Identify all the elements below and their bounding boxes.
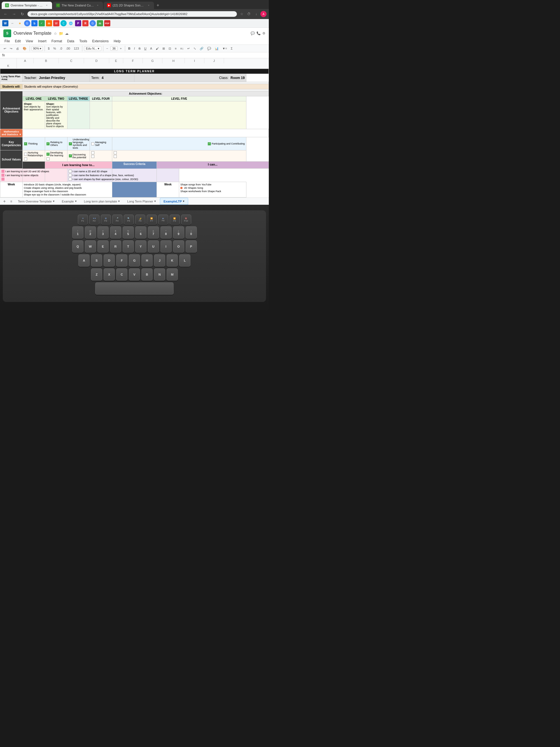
key-f4[interactable]: 🎤 F4 (112, 214, 122, 225)
number-format-button[interactable]: 123 (72, 46, 80, 51)
empty-cb-1[interactable] (91, 151, 95, 154)
sheet-tab-term-overview[interactable]: Term Overview Template ▾ (15, 198, 58, 204)
filter-button[interactable]: ▼= (221, 46, 229, 51)
settings-icon[interactable]: ⚙ (262, 31, 265, 35)
discovering-checkbox[interactable] (69, 154, 72, 157)
tab-2[interactable]: 🌿 The New Zealand Curriculum... × (53, 2, 103, 9)
ext-c-icon[interactable]: C (60, 20, 66, 26)
math-label-cell[interactable]: Mathematics and Statistics ▾ (0, 129, 23, 137)
tab-1[interactable]: S Overview Template - Google S... × (2, 2, 52, 9)
tab-3[interactable]: ▶ (22) 2D Shapes Song - YouTu... × (104, 2, 154, 9)
key-o[interactable]: O (173, 240, 184, 253)
col-header-d[interactable]: D (84, 58, 109, 63)
col-header-e[interactable]: E (109, 58, 123, 63)
underline-button[interactable]: U (143, 46, 148, 51)
sc-cb-2[interactable] (69, 174, 72, 177)
bookmark-icon[interactable]: ☆ (239, 11, 245, 17)
font-size-control[interactable]: 36 (110, 46, 117, 51)
li-cb-1[interactable] (1, 170, 4, 173)
ext-m-icon[interactable]: m (46, 20, 52, 26)
li-cb-3[interactable] (1, 178, 4, 181)
key-f10[interactable]: 🔇 F10 (181, 214, 191, 225)
currency-button[interactable]: $ (47, 46, 51, 51)
key-p[interactable]: P (186, 240, 197, 253)
ext-r-icon[interactable]: R (82, 20, 88, 26)
col-header-a[interactable]: A (17, 58, 34, 63)
key-f3[interactable]: ⊞ F3 (101, 214, 111, 225)
ext-w2-icon[interactable]: W (53, 20, 59, 26)
key-h[interactable]: H (141, 254, 153, 267)
paint-format-button[interactable]: 🎨 (21, 46, 28, 51)
zoom-dropdown-icon[interactable]: ▾ (40, 47, 42, 50)
strikethrough-button[interactable]: S (137, 46, 142, 51)
print-button[interactable]: 🖨 (15, 46, 21, 51)
key-c[interactable]: C (116, 268, 127, 281)
understanding-checkbox[interactable] (69, 142, 72, 145)
key-w[interactable]: W (85, 240, 96, 253)
key-b[interactable]: B (141, 268, 153, 281)
key-e[interactable]: E (98, 240, 109, 253)
key-0[interactable]: ) 0 (186, 226, 197, 239)
borders-button[interactable]: ⊞ (161, 46, 166, 51)
font-dropdown-icon[interactable]: ▾ (98, 47, 99, 50)
refresh-button[interactable]: ↻ (19, 11, 26, 17)
key-g[interactable]: G (129, 254, 140, 267)
text-color-button[interactable]: A (149, 46, 154, 51)
tab-3-close[interactable]: × (147, 3, 151, 7)
col-header-j[interactable]: J (205, 58, 224, 63)
key-z[interactable]: Z (91, 268, 102, 281)
key-4[interactable]: $ 4 (110, 226, 121, 239)
key-s[interactable]: S (91, 254, 102, 267)
menu-view[interactable]: View (24, 38, 35, 44)
key-m[interactable]: M (167, 268, 178, 281)
sheet-tab-long-term-planner[interactable]: Long Term Planner ▾ (124, 198, 159, 204)
rotate-button[interactable]: ⤡ (192, 46, 197, 51)
merge-button[interactable]: ⊡ (167, 46, 172, 51)
key-i[interactable]: I (160, 240, 171, 253)
developing-checkbox-2[interactable] (47, 157, 50, 160)
key-v[interactable]: V (129, 268, 140, 281)
key-f1[interactable]: ☀ F1 (78, 214, 88, 225)
menu-edit[interactable]: Edit (12, 38, 23, 44)
profile-icon[interactable]: A (260, 11, 267, 17)
menu-file[interactable]: File (2, 38, 12, 44)
ext-w-icon[interactable]: W (2, 20, 8, 26)
key-f5[interactable]: 🔍 F5 (124, 214, 134, 225)
space-key[interactable] (95, 282, 174, 295)
key-r[interactable]: R (110, 240, 121, 253)
sc-cb-1[interactable] (69, 170, 72, 173)
col-header-g[interactable]: G (143, 58, 162, 63)
italic-button[interactable]: I (133, 46, 136, 51)
key-8[interactable]: * 8 (160, 226, 171, 239)
zoom-control[interactable]: 90% ▾ (32, 46, 43, 51)
align-button[interactable]: ≡ (173, 46, 178, 51)
key-7[interactable]: & 7 (148, 226, 159, 239)
ext-g2-icon[interactable]: G (89, 20, 96, 26)
menu-format[interactable]: Format (49, 38, 64, 44)
redo-button[interactable]: ↪ (8, 46, 14, 51)
example-ltp-tab-dropdown[interactable]: ▾ (183, 200, 185, 203)
percent-button[interactable]: % (52, 46, 57, 51)
key-k[interactable]: K (167, 254, 178, 267)
wrap-button[interactable]: ↵ (186, 46, 191, 51)
managing-checkbox[interactable] (91, 142, 95, 145)
key-t[interactable]: T (123, 240, 134, 253)
key-u[interactable]: U (148, 240, 159, 253)
chart-button[interactable]: 📊 (213, 46, 220, 51)
key-q[interactable]: Q (72, 240, 83, 253)
valign-button[interactable]: ≡↕ (179, 46, 185, 51)
sheet-tab-example[interactable]: Example ▾ (58, 198, 80, 204)
menu-tools[interactable]: Tools (77, 38, 89, 44)
key-3[interactable]: # 3 (98, 226, 109, 239)
address-input[interactable] (27, 11, 237, 17)
ext-back-icon[interactable]: ← (9, 20, 16, 26)
highlight-button[interactable]: 🖌 (154, 46, 160, 51)
font-increase-button[interactable]: + (118, 46, 123, 51)
empty-cb-4[interactable] (114, 155, 117, 158)
history-icon[interactable]: ⏱ (246, 11, 252, 17)
key-x[interactable]: X (104, 268, 115, 281)
relating-checkbox[interactable] (47, 142, 50, 145)
ext-pdf-icon[interactable]: PDF (104, 20, 110, 26)
ext-p-icon[interactable]: P (75, 20, 81, 26)
col-header-f[interactable]: F (123, 58, 143, 63)
